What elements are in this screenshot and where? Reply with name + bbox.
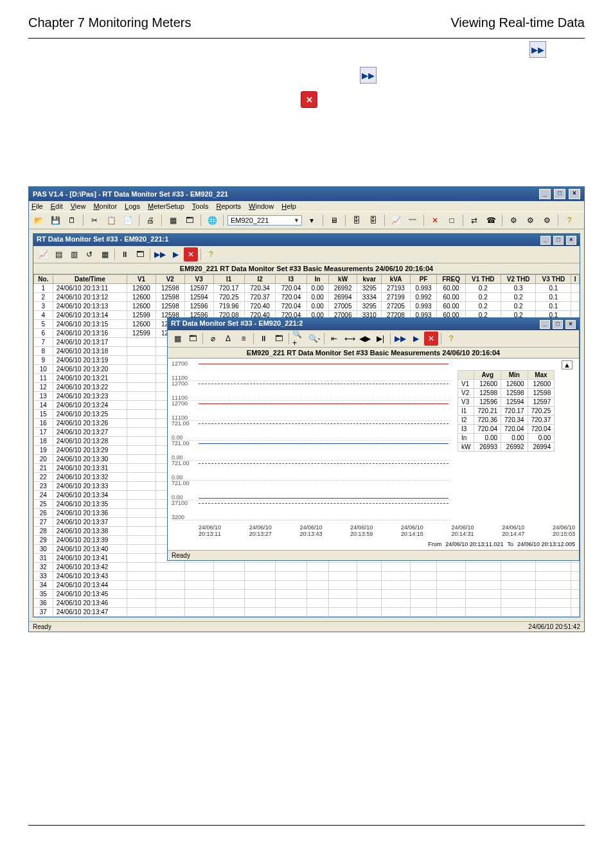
col-header[interactable]: kvar bbox=[357, 275, 382, 284]
menu-logs[interactable]: Logs bbox=[125, 202, 140, 210]
stop2-record-icon[interactable]: ✕ bbox=[424, 332, 438, 346]
ruler-range-icon[interactable]: ⟷ bbox=[342, 332, 357, 346]
config2-icon[interactable]: 🗔 bbox=[272, 332, 286, 346]
menu-tools[interactable]: Tools bbox=[192, 202, 209, 210]
fast2-icon[interactable]: ▶ bbox=[409, 332, 423, 346]
col-header[interactable]: PF bbox=[410, 275, 436, 284]
grid-icon[interactable]: ▦ bbox=[166, 213, 180, 227]
child2-titlebar[interactable]: RT Data Monitor Set #33 - EM920_221:2 _ … bbox=[168, 318, 579, 330]
help2-icon[interactable]: ? bbox=[204, 247, 218, 261]
help-icon[interactable]: ? bbox=[562, 213, 576, 227]
menu-file[interactable]: File bbox=[31, 202, 43, 210]
play2-icon[interactable]: ▶▶ bbox=[393, 332, 407, 346]
first-icon[interactable]: ◀▶ bbox=[358, 332, 372, 346]
chart-strip[interactable]: 1270011100 bbox=[172, 361, 451, 381]
minimize-button[interactable]: _ bbox=[539, 189, 551, 199]
filter1-icon[interactable]: ▤ bbox=[51, 247, 66, 261]
play-icon[interactable]: ▶▶ bbox=[153, 247, 167, 261]
scroll-up-icon[interactable]: ▲ bbox=[562, 360, 573, 369]
col-header[interactable]: V2 bbox=[155, 275, 184, 284]
child1-close[interactable]: × bbox=[566, 236, 576, 245]
comm-icon[interactable]: ⇄ bbox=[467, 213, 481, 227]
close-button[interactable]: × bbox=[569, 189, 580, 199]
filter2-icon[interactable]: ▥ bbox=[67, 247, 81, 261]
col-header[interactable]: I2 bbox=[244, 275, 275, 284]
phone-icon[interactable]: ☎ bbox=[484, 213, 498, 227]
split-icon[interactable]: 🗔 bbox=[186, 332, 200, 346]
child2-maximize[interactable]: □ bbox=[553, 320, 563, 329]
paste-icon[interactable]: 📄 bbox=[121, 213, 135, 227]
stop-record-icon[interactable]: ✕ bbox=[184, 247, 198, 261]
cfg3-icon[interactable]: ⚙ bbox=[540, 213, 554, 227]
table-row[interactable]: 224/06/10 20:13:12126001259812594720.257… bbox=[34, 293, 580, 302]
col-header[interactable]: I bbox=[571, 275, 580, 284]
grid2-icon[interactable]: ▦ bbox=[98, 247, 112, 261]
main-toolbar[interactable]: 📂 💾 🗒 ✂ 📋 📄 🖨 ▦ 🗔 🌐 EM920_221 ▾ 🖥 🗄 🗄 📈 … bbox=[29, 211, 584, 229]
col-header[interactable]: kVA bbox=[382, 275, 411, 284]
table-row[interactable]: 3524/06/10 20:13:45 bbox=[34, 590, 580, 599]
table-row[interactable]: 124/06/10 20:13:11126001259812597720.177… bbox=[34, 284, 580, 293]
child2-toolbar[interactable]: ▦ 🗔 ⌀ Δ ≡ ⏸ 🗔 🔍+ 🔍- ⇤ ⟷ ◀▶ ▶| ▶▶ ▶ bbox=[168, 330, 579, 348]
table-row[interactable]: 3724/06/10 20:13:47 bbox=[34, 608, 580, 617]
monitor-icon[interactable]: 🖥 bbox=[327, 213, 341, 227]
table-row[interactable]: 3424/06/10 20:13:44 bbox=[34, 581, 580, 590]
menu-monitor[interactable]: Monitor bbox=[93, 202, 117, 210]
menu-help[interactable]: Help bbox=[281, 202, 296, 210]
cfg1-icon[interactable]: ⚙ bbox=[506, 213, 520, 227]
table-row[interactable]: 324/06/10 20:13:13126001259812596719.967… bbox=[34, 302, 580, 311]
marker-icon[interactable]: ⌀ bbox=[206, 332, 220, 346]
col-header[interactable]: In bbox=[306, 275, 328, 284]
ruler-left-icon[interactable]: ⇤ bbox=[327, 332, 341, 346]
list-icon[interactable]: ≡ bbox=[236, 332, 251, 346]
menu-edit[interactable]: Edit bbox=[51, 202, 63, 210]
child2-minimize[interactable]: _ bbox=[540, 320, 550, 329]
table-row[interactable]: 3224/06/10 20:13:42 bbox=[34, 563, 580, 572]
site-combo[interactable]: EM920_221 bbox=[227, 215, 302, 226]
col-header[interactable]: Date/Time bbox=[53, 275, 127, 284]
db-icon[interactable]: 🗄 bbox=[350, 213, 364, 227]
titlebar[interactable]: PAS V1.4 - [D:\Pas] - RT Data Monitor Se… bbox=[29, 187, 584, 201]
delta-icon[interactable]: Δ bbox=[221, 332, 235, 346]
menubar[interactable]: File Edit View Monitor Logs MeterSetup T… bbox=[29, 201, 584, 211]
child1-minimize[interactable]: _ bbox=[540, 236, 551, 245]
props-icon[interactable]: 🗔 bbox=[182, 213, 197, 227]
pause-icon[interactable]: ⏸ bbox=[118, 247, 132, 261]
chart-strip[interactable]: 721.000.00 bbox=[172, 421, 451, 441]
col-header[interactable]: V3 THD bbox=[536, 275, 571, 284]
col-header[interactable]: I3 bbox=[276, 275, 306, 284]
col-header[interactable]: kW bbox=[328, 275, 357, 284]
dropdown-icon[interactable]: ▾ bbox=[305, 213, 319, 227]
cfg2-icon[interactable]: ⚙ bbox=[523, 213, 537, 227]
config-icon[interactable]: 🗔 bbox=[133, 247, 147, 261]
child1-maximize[interactable]: □ bbox=[553, 236, 564, 245]
chart-strip[interactable]: 721.000.00 bbox=[172, 481, 451, 500]
maximize-button[interactable]: □ bbox=[554, 189, 565, 199]
menu-view[interactable]: View bbox=[71, 202, 86, 210]
col-header[interactable]: FREQ bbox=[437, 275, 466, 284]
chart-strip[interactable]: 1270011100 bbox=[172, 401, 451, 421]
chart-strip[interactable]: 1270011100 bbox=[172, 381, 451, 401]
col-header[interactable]: I1 bbox=[213, 275, 244, 284]
menu-reports[interactable]: Reports bbox=[217, 202, 242, 210]
notes-icon[interactable]: 🗒 bbox=[65, 213, 79, 227]
open-icon[interactable]: 📂 bbox=[31, 213, 46, 227]
help3-icon[interactable]: ? bbox=[444, 332, 458, 346]
chart-toggle-icon[interactable]: 📈 bbox=[36, 247, 50, 261]
zoomin-icon[interactable]: 🔍+ bbox=[292, 332, 306, 346]
chart-icon[interactable]: 📈 bbox=[389, 213, 403, 227]
child1-toolbar[interactable]: 📈 ▤ ▥ ↺ ▦ ⏸ 🗔 ▶▶ ▶ ✕ ? bbox=[33, 246, 580, 263]
fast-icon[interactable]: ▶ bbox=[168, 247, 182, 261]
col-header[interactable]: V2 THD bbox=[501, 275, 536, 284]
db2-icon[interactable]: 🗄 bbox=[366, 213, 380, 227]
col-header[interactable]: V1 THD bbox=[465, 275, 501, 284]
table-toggle-icon[interactable]: ▦ bbox=[170, 332, 184, 346]
cut-icon[interactable]: ✂ bbox=[87, 213, 102, 227]
zoomout-icon[interactable]: 🔍- bbox=[307, 332, 321, 346]
col-header[interactable]: V1 bbox=[127, 275, 156, 284]
copy-icon[interactable]: 📋 bbox=[104, 213, 118, 227]
menu-window[interactable]: Window bbox=[249, 202, 274, 210]
chart-strip-area[interactable]: 127001110012700111001270011100721.000.00… bbox=[168, 359, 455, 523]
chart-strip[interactable]: 721.000.00 bbox=[172, 461, 451, 481]
globe-icon[interactable]: 🌐 bbox=[205, 213, 219, 227]
col-header[interactable]: No. bbox=[34, 275, 53, 284]
